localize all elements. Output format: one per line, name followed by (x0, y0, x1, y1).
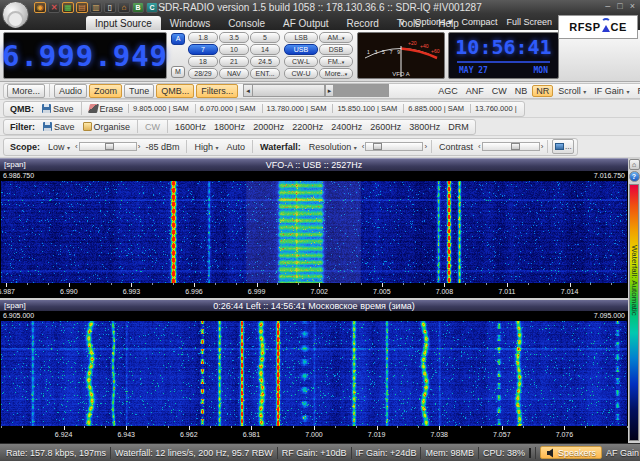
spectrum-scrollbar[interactable]: ◂ ▸ (243, 84, 389, 97)
tab-windows[interactable]: Windows (161, 16, 220, 30)
contrast-slider[interactable]: ‹› (478, 142, 543, 151)
filter-2200hz[interactable]: 2200Hz (289, 122, 326, 132)
waterfall-vfo-a[interactable] (1, 181, 627, 283)
resolution-slider[interactable]: ‹› (362, 142, 427, 151)
nr-toggle[interactable]: NR (532, 85, 553, 97)
filter-2600hz[interactable]: 2600Hz (367, 122, 404, 132)
panel1-freq-right: 7.016.750 (594, 171, 625, 181)
mode-cwl-button[interactable]: CW-L (284, 56, 318, 67)
contrast-label: Contrast (436, 142, 476, 152)
tab-console[interactable]: Console (219, 16, 274, 30)
scope-auto-button[interactable]: Auto (223, 142, 248, 152)
mode-fm-button[interactable]: FM..▾ (319, 56, 353, 67)
compact-button[interactable]: Compact (461, 17, 497, 27)
band-21-button[interactable]: 21 (219, 56, 249, 67)
waterfall-color-scale[interactable]: Waterfall: Automatic (629, 184, 639, 441)
mode-usb-button[interactable]: USB (284, 44, 318, 55)
band-18-button[interactable]: 18 (188, 56, 218, 67)
nb-toggle[interactable]: NB (512, 86, 531, 96)
qmb-save-button[interactable]: Save (39, 104, 77, 114)
help-button[interactable]: ? (629, 171, 640, 182)
filter-save-button[interactable]: Save (40, 122, 78, 132)
fullscreen-button[interactable]: Full Screen (506, 17, 552, 27)
qmb-erase-button[interactable]: Erase (86, 104, 127, 114)
panel2-frequency-axis: 6.9246.9436.9626.9817.0007.0197.0387.057… (0, 426, 628, 441)
qmb-entry[interactable]: 13.780.000 | SAM (262, 104, 331, 113)
anf-toggle[interactable]: ANF (463, 86, 487, 96)
qmb-button[interactable]: QMB... (156, 84, 194, 98)
filters-button[interactable]: Filters... (196, 84, 238, 98)
waterfall-full-span[interactable] (1, 321, 627, 426)
clock-time: 10:56:41 (455, 35, 552, 59)
tab-input-source[interactable]: Input Source (86, 16, 161, 30)
band-14-button[interactable]: 14 (250, 44, 280, 55)
agc-toggle[interactable]: AGC (435, 86, 461, 96)
band-nav-button[interactable]: NAV (219, 68, 249, 79)
mode-dsb-button[interactable]: DSB (319, 44, 353, 55)
qmb-entry[interactable]: 13.760.000 | (470, 104, 521, 113)
filter-1800hz[interactable]: 1800Hz (211, 122, 248, 132)
filter-2400hz[interactable]: 2400Hz (328, 122, 365, 132)
app-logo[interactable] (2, 1, 29, 28)
tab-record[interactable]: Record (338, 16, 388, 30)
waterfall-options-button[interactable]: ... (552, 139, 574, 154)
zoom-button[interactable]: Zoom (89, 84, 122, 98)
filter-3800hz[interactable]: 3800Hz (406, 122, 443, 132)
band-1.8-button[interactable]: 1.8 (188, 32, 218, 43)
frequency-display[interactable]: 6.999.949 (3, 32, 167, 79)
collapse-ribbon-icon[interactable]: ∨ (399, 17, 406, 27)
status-bar: Rate: 157.8 kbps, 197ms Waterfall: 12 li… (0, 443, 640, 461)
mode-more-button[interactable]: More..▾ (319, 68, 353, 79)
mode-lsb-button[interactable]: LSB (284, 32, 318, 43)
audio-button[interactable]: Audio (54, 84, 87, 98)
band-3.5-button[interactable]: 3.5 (219, 32, 249, 43)
cw-toggle[interactable]: CW (489, 86, 510, 96)
scope-low-dropdown[interactable]: Low ▾ (45, 142, 73, 152)
rf-gain-dropdown[interactable]: RF Gain ▾ (634, 86, 640, 96)
band-ent-button[interactable]: ENT... (250, 68, 280, 79)
band-7-button[interactable]: 7 (188, 44, 218, 55)
options-button[interactable]: Options ▾ (414, 17, 452, 27)
panel1-header[interactable]: [span] VFO-A :: USB :: 2527Hz (0, 158, 628, 171)
vfo-a-button[interactable]: A (171, 33, 185, 45)
qmb-entry[interactable]: 15.850.100 | SAM (332, 104, 401, 113)
speakers-button[interactable]: Speakers (540, 446, 602, 459)
mode-am-button[interactable]: AM..▾ (319, 32, 353, 43)
axis-tick-label: 7.014 (561, 288, 579, 295)
axis-tick-label: 7.002 (310, 288, 328, 295)
waterfall-scale-label: Waterfall: Automatic (630, 245, 639, 316)
panel2-header[interactable]: [span] 0:26:44 Left :: 14:56:41 Московск… (0, 298, 628, 311)
band-10-button[interactable]: 10 (219, 44, 249, 55)
panel2-freq-left: 6.905.000 (3, 311, 34, 321)
panel-collapse-button[interactable]: ⌂ (629, 159, 640, 170)
rfspace-logo-left: RFSP (569, 21, 600, 33)
more-button[interactable]: More... (7, 84, 45, 98)
band-28-29-button[interactable]: 28/29 (188, 68, 218, 79)
af-gain-button[interactable]: AF Gain (606, 448, 639, 458)
scope-high-dropdown[interactable]: High ▾ (191, 142, 221, 152)
memory-button[interactable]: M (171, 66, 185, 78)
filter-1600hz[interactable]: 1600Hz (172, 122, 209, 132)
maximize-button[interactable]: □ (617, 1, 622, 11)
tab-af-output[interactable]: AF Output (274, 16, 338, 30)
band-5-button[interactable]: 5 (250, 32, 280, 43)
tune-button[interactable]: Tune (124, 84, 154, 98)
qmb-entry[interactable]: 6.070.000 | SAM (195, 104, 260, 113)
close-button[interactable]: × (630, 1, 635, 11)
filter-drm[interactable]: DRM (445, 122, 472, 132)
scope-low-slider[interactable]: ‹› (75, 142, 140, 151)
minimize-button[interactable]: – (605, 1, 610, 11)
if-gain-dropdown[interactable]: IF Gain ▾ (591, 86, 632, 96)
scroll-dropdown[interactable]: Scroll ▾ (555, 86, 589, 96)
filter-organise-button[interactable]: Organise (80, 122, 134, 132)
mode-cwu-button[interactable]: CW-U (284, 68, 318, 79)
qmb-entry[interactable]: 9.805.000 | SAM (128, 104, 193, 113)
clock-divider (457, 61, 550, 63)
filter-2000hz[interactable]: 2000Hz (250, 122, 287, 132)
qmb-label: QMB: (7, 104, 37, 114)
resolution-dropdown[interactable]: Resolution ▾ (306, 142, 360, 152)
band-24.5-button[interactable]: 24.5 (250, 56, 280, 67)
panel1-title: VFO-A :: USB :: 2527Hz (0, 159, 628, 171)
qmb-entry[interactable]: 6.885.000 | SAM (403, 104, 468, 113)
display-area: [span] VFO-A :: USB :: 2527Hz 6.986.750 … (0, 158, 640, 443)
